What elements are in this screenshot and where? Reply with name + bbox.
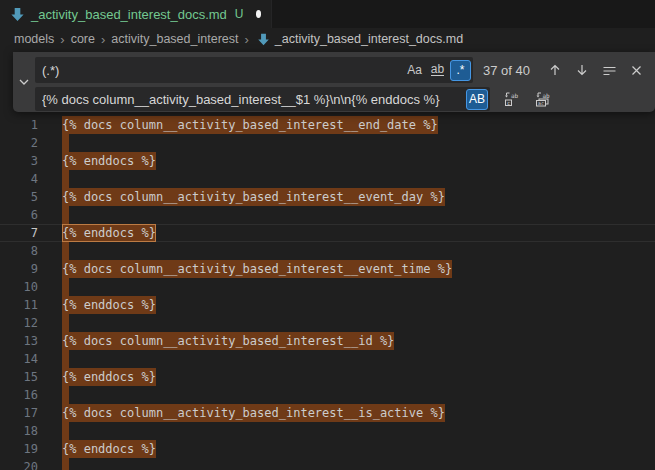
line-content[interactable]: {% enddocs %} bbox=[62, 296, 655, 314]
code-line[interactable]: 2 bbox=[0, 134, 655, 152]
line-content[interactable] bbox=[62, 170, 655, 188]
find-match-highlight bbox=[62, 422, 69, 440]
replace-button[interactable]: ab c bbox=[500, 88, 522, 110]
tab-bar: _activity_based_interest_docs.md U bbox=[0, 0, 655, 28]
gutter-gap bbox=[38, 422, 62, 440]
find-match-highlight: {% enddocs %} bbox=[62, 152, 156, 170]
active-tab[interactable]: _activity_based_interest_docs.md U bbox=[0, 0, 272, 28]
line-number: 11 bbox=[0, 296, 38, 314]
code-line[interactable]: 11{% enddocs %} bbox=[0, 296, 655, 314]
gutter-gap bbox=[38, 314, 62, 332]
line-content[interactable]: {% docs column__activity_based_interest_… bbox=[62, 260, 655, 278]
gutter-gap bbox=[38, 224, 62, 242]
gutter-gap bbox=[38, 404, 62, 422]
code-line[interactable]: 15{% enddocs %} bbox=[0, 368, 655, 386]
line-content[interactable] bbox=[62, 242, 655, 260]
close-find-button[interactable] bbox=[625, 59, 647, 81]
find-match-highlight: {% enddocs %} bbox=[62, 296, 156, 314]
replace-row: {% docs column__activity_based_interest_… bbox=[35, 87, 647, 111]
svg-text:ac: ac bbox=[538, 101, 544, 106]
line-content[interactable] bbox=[62, 350, 655, 368]
arrow-up-icon bbox=[548, 63, 562, 77]
line-content[interactable]: {% enddocs %} bbox=[62, 440, 655, 458]
line-content[interactable] bbox=[62, 278, 655, 296]
vscode-window: { "tab": { "filename": "_activity_based_… bbox=[0, 0, 655, 470]
match-count: 37 of 40 bbox=[483, 63, 530, 78]
code-line[interactable]: 1{% docs column__activity_based_interest… bbox=[0, 116, 655, 134]
toggle-replace-button[interactable] bbox=[15, 73, 33, 91]
line-content[interactable]: {% docs column__activity_based_interest_… bbox=[62, 116, 655, 134]
replace-all-button[interactable]: ab ac bbox=[531, 88, 553, 110]
next-match-button[interactable] bbox=[571, 59, 593, 81]
gutter-gap bbox=[38, 206, 62, 224]
breadcrumb-item-models[interactable]: models bbox=[14, 32, 54, 46]
tab-filename: _activity_based_interest_docs.md bbox=[31, 7, 227, 22]
line-number: 13 bbox=[0, 332, 38, 350]
regex-toggle[interactable]: .* bbox=[450, 60, 471, 81]
code-line[interactable]: 19{% enddocs %} bbox=[0, 440, 655, 458]
code-lines: 1{% docs column__activity_based_interest… bbox=[0, 116, 655, 470]
close-icon bbox=[630, 64, 643, 77]
line-content[interactable]: {% enddocs %} bbox=[62, 368, 655, 386]
line-number: 7 bbox=[0, 224, 38, 242]
find-in-selection-button[interactable] bbox=[598, 59, 620, 81]
line-content[interactable]: {% docs column__activity_based_interest_… bbox=[62, 332, 655, 350]
line-content[interactable]: {% docs column__activity_based_interest_… bbox=[62, 188, 655, 206]
previous-match-button[interactable] bbox=[544, 59, 566, 81]
code-line[interactable]: 5{% docs column__activity_based_interest… bbox=[0, 188, 655, 206]
current-find-match: {% enddocs %} bbox=[62, 224, 156, 242]
whole-word-toggle[interactable]: ab bbox=[427, 60, 448, 81]
line-content[interactable] bbox=[62, 314, 655, 332]
line-content[interactable] bbox=[62, 134, 655, 152]
code-line[interactable]: 12 bbox=[0, 314, 655, 332]
code-line[interactable]: 20 bbox=[0, 458, 655, 470]
find-match-highlight bbox=[62, 134, 69, 152]
unsaved-dot-icon[interactable] bbox=[256, 10, 261, 18]
find-match-highlight bbox=[62, 278, 69, 296]
code-line[interactable]: 17{% docs column__activity_based_interes… bbox=[0, 404, 655, 422]
code-line[interactable]: 3{% enddocs %} bbox=[0, 152, 655, 170]
line-content[interactable]: {% docs column__activity_based_interest_… bbox=[62, 404, 655, 422]
find-widget: (.*) Aa ab .* 37 of 40 bbox=[13, 52, 655, 112]
markdown-icon bbox=[257, 33, 270, 46]
breadcrumb-separator: › bbox=[244, 32, 248, 47]
breadcrumb-separator: › bbox=[101, 32, 105, 47]
gutter-gap bbox=[38, 368, 62, 386]
breadcrumb-item-core[interactable]: core bbox=[71, 32, 95, 46]
code-line[interactable]: 18 bbox=[0, 422, 655, 440]
gutter-gap bbox=[38, 242, 62, 260]
find-match-highlight: {% docs column__activity_based_interest_… bbox=[62, 404, 445, 422]
breadcrumb-item-file[interactable]: _activity_based_interest_docs.md bbox=[275, 32, 463, 46]
find-match-highlight: {% docs column__activity_based_interest_… bbox=[62, 332, 394, 350]
line-content[interactable] bbox=[62, 458, 655, 470]
editor[interactable]: 1{% docs column__activity_based_interest… bbox=[0, 50, 655, 470]
preserve-case-toggle[interactable]: AB bbox=[466, 89, 488, 110]
gutter-gap bbox=[38, 170, 62, 188]
find-match-highlight bbox=[62, 206, 69, 224]
code-line[interactable]: 4 bbox=[0, 170, 655, 188]
find-match-highlight bbox=[62, 350, 69, 368]
svg-text:c: c bbox=[507, 100, 510, 106]
code-line[interactable]: 13{% docs column__activity_based_interes… bbox=[0, 332, 655, 350]
breadcrumb-item-folder[interactable]: activity_based_interest bbox=[111, 32, 238, 46]
find-row: (.*) Aa ab .* 37 of 40 bbox=[35, 57, 647, 83]
code-line[interactable]: 10 bbox=[0, 278, 655, 296]
line-content[interactable] bbox=[62, 206, 655, 224]
code-line[interactable]: 9{% docs column__activity_based_interest… bbox=[0, 260, 655, 278]
line-content[interactable] bbox=[62, 422, 655, 440]
line-number: 1 bbox=[0, 116, 38, 134]
code-line[interactable]: 14 bbox=[0, 350, 655, 368]
line-content[interactable]: {% enddocs %} bbox=[62, 152, 655, 170]
replace-input[interactable]: {% docs column__activity_based_interest_… bbox=[35, 87, 490, 111]
line-content[interactable] bbox=[62, 386, 655, 404]
find-match-highlight bbox=[62, 386, 69, 404]
code-line[interactable]: 8 bbox=[0, 242, 655, 260]
line-number: 3 bbox=[0, 152, 38, 170]
code-line[interactable]: 6 bbox=[0, 206, 655, 224]
find-input[interactable]: (.*) Aa ab .* bbox=[35, 57, 473, 83]
line-content[interactable]: {% enddocs %} bbox=[62, 224, 655, 242]
code-line[interactable]: 7{% enddocs %} bbox=[0, 224, 655, 242]
match-case-toggle[interactable]: Aa bbox=[404, 60, 425, 81]
code-line[interactable]: 16 bbox=[0, 386, 655, 404]
chevron-down-icon bbox=[18, 76, 30, 88]
